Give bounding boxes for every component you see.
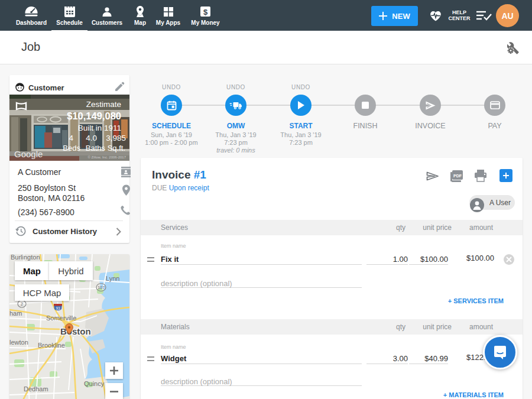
svg-text:Zestimate: Zestimate xyxy=(86,100,121,109)
svg-text:4: 4 xyxy=(69,134,73,142)
svg-text:lewton: lewton xyxy=(9,339,28,346)
svg-text:Burlington: Burlington xyxy=(11,254,40,261)
svg-text:Beds: Beds xyxy=(63,144,80,153)
svg-text:Somerville: Somerville xyxy=(46,314,76,322)
svg-text:Brookline: Brookline xyxy=(38,342,65,349)
svg-text:Google: Google xyxy=(14,149,43,159)
svg-text:Sq.ft.: Sq.ft. xyxy=(108,144,125,153)
svg-text:ham: ham xyxy=(9,310,22,317)
svg-text:© Zillow, Inc. 2006-2017: © Zillow, Inc. 2006-2017 xyxy=(88,155,126,159)
svg-text:107: 107 xyxy=(98,286,105,290)
svg-text:PDF: PDF xyxy=(453,174,462,178)
svg-text:$: $ xyxy=(203,8,208,17)
svg-text:Built in 1911: Built in 1911 xyxy=(78,124,121,132)
svg-text:Quincy: Quincy xyxy=(84,380,105,387)
svg-text:$10,149,080: $10,149,080 xyxy=(67,111,121,121)
svg-text:Boston: Boston xyxy=(60,326,91,336)
svg-text:Baths: Baths xyxy=(86,144,106,153)
svg-text:93: 93 xyxy=(56,306,60,310)
svg-text:3,985: 3,985 xyxy=(106,134,126,142)
svg-text:4.0: 4.0 xyxy=(86,134,97,142)
svg-text:Lynn: Lynn xyxy=(106,275,119,282)
svg-text:2: 2 xyxy=(21,302,23,306)
svg-text:Dedham: Dedham xyxy=(24,385,48,392)
